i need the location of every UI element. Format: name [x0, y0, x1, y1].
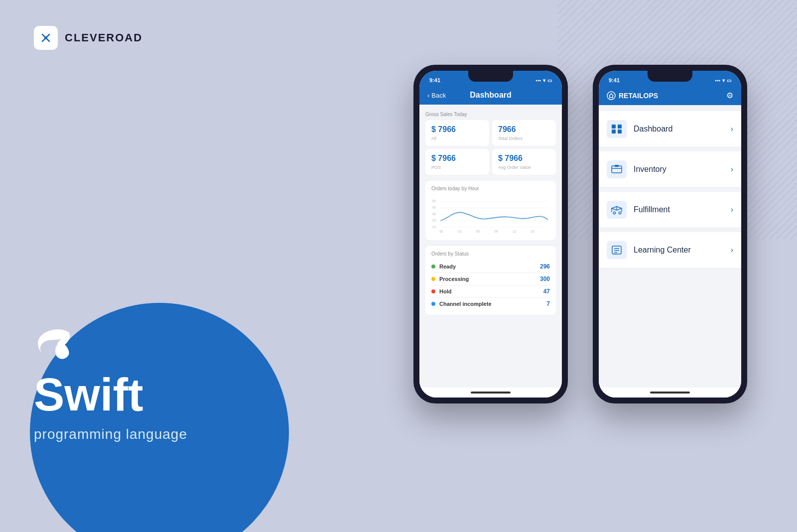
processing-count: 300 [540, 275, 550, 282]
svg-rect-20 [618, 125, 622, 129]
stat-total-orders-label: Total Orders [498, 136, 550, 141]
learning-icon-box [607, 241, 627, 259]
wifi-icon-2: ▾ [722, 78, 725, 83]
orders-status-title: Orders by Status [431, 251, 550, 257]
inventory-menu-icon [611, 164, 623, 175]
menu-item-fulfillment[interactable]: Fulfillment › [599, 192, 741, 228]
home-bar-1 [471, 392, 511, 394]
phones-container: 9:41 ▪▪▪ ▾ ▭ ‹ Back Dashboard Gross Sale… [413, 65, 747, 403]
status-time-2: 9:41 [609, 77, 620, 83]
svg-text:09: 09 [494, 230, 498, 233]
hold-name: Hold [439, 288, 543, 294]
battery-icon-2: ▭ [727, 78, 731, 83]
status-icons-1: ▪▪▪ ▾ ▭ [535, 78, 552, 83]
signal-icon: ▪▪▪ [535, 78, 541, 83]
chart-section: Orders today by Hour 50 40 30 20 10 [425, 181, 556, 240]
svg-point-1 [44, 36, 47, 39]
svg-rect-23 [612, 166, 622, 173]
phone-notch-2 [648, 71, 692, 82]
learning-chevron: › [731, 246, 733, 255]
home-bar-2 [650, 392, 690, 394]
orders-by-status: Orders by Status Ready 296 Processing 30… [425, 246, 556, 315]
retailops-header: RETAILOPS ⚙ [599, 87, 741, 105]
settings-gear-icon[interactable]: ⚙ [726, 91, 733, 100]
svg-rect-22 [618, 130, 622, 133]
battery-icon: ▭ [547, 78, 552, 83]
chart-title: Orders today by Hour [431, 186, 550, 191]
menu-item-inventory[interactable]: Inventory › [599, 151, 741, 188]
phone-dashboard: 9:41 ▪▪▪ ▾ ▭ ‹ Back Dashboard Gross Sale… [413, 65, 568, 403]
inventory-menu-label: Inventory [634, 165, 731, 174]
svg-point-26 [613, 212, 616, 214]
svg-text:30: 30 [432, 212, 436, 216]
fulfillment-icon-box [607, 201, 627, 219]
stat-avg-order-label: Avg Order Value [498, 165, 550, 170]
signal-icon-2: ▪▪▪ [715, 78, 720, 83]
learning-center-menu-label: Learning Center [634, 246, 731, 255]
phone-screen-2: 9:41 ▪▪▪ ▾ ▭ RETAILOPS ⚙ [599, 71, 741, 398]
dashboard-menu-label: Dashboard [634, 125, 731, 133]
swift-bird-icon [34, 325, 187, 367]
hold-count: 47 [543, 288, 550, 295]
svg-text:12: 12 [513, 230, 517, 233]
back-chevron: ‹ [427, 92, 429, 99]
hero-content: Swift programming language [34, 325, 187, 442]
svg-rect-19 [612, 125, 616, 129]
inventory-chevron: › [731, 165, 733, 174]
inventory-icon-box [607, 160, 627, 178]
svg-text:00: 00 [439, 230, 443, 233]
svg-point-27 [619, 212, 621, 214]
menu-item-learning-center[interactable]: Learning Center › [599, 232, 741, 268]
chart-area: 50 40 30 20 10 [431, 195, 550, 235]
ready-name: Ready [439, 264, 540, 269]
dashboard-menu-icon [611, 124, 623, 134]
logo-icon [38, 30, 53, 45]
learning-menu-icon [611, 245, 623, 256]
stat-avg-order-value: $ 7966 [498, 154, 550, 163]
fulfillment-menu-icon [611, 204, 623, 215]
retailops-logo-icon [607, 91, 616, 100]
stat-all-label: All [431, 136, 483, 141]
status-icons-2: ▪▪▪ ▾ ▭ [715, 78, 731, 83]
channel-count: 7 [546, 300, 550, 307]
status-channel-incomplete: Channel incomplete 7 [431, 298, 550, 310]
logo-box [34, 26, 58, 50]
stat-pos-label: POS [431, 165, 483, 170]
dashboard-chevron: › [731, 125, 733, 133]
brand-logo-area: CLEVEROAD [34, 26, 142, 50]
brand-name: CLEVEROAD [65, 31, 142, 44]
retailops-logo: RETAILOPS [607, 91, 658, 100]
ready-count: 296 [540, 263, 550, 270]
svg-text:50: 50 [432, 199, 436, 203]
phone-notch-1 [468, 71, 513, 82]
ready-dot [431, 265, 435, 268]
back-button[interactable]: ‹ Back [427, 92, 446, 99]
svg-text:40: 40 [432, 206, 436, 209]
stat-all-value: $ 7966 [431, 125, 483, 134]
fulfillment-chevron: › [731, 205, 733, 214]
stat-all: $ 7966 All [425, 120, 489, 146]
nav-bar-1: ‹ Back Dashboard [419, 87, 562, 105]
swift-title: Swift [34, 372, 187, 417]
status-processing: Processing 300 [431, 273, 550, 285]
svg-text:15: 15 [531, 230, 535, 233]
processing-dot [431, 277, 435, 281]
stat-total-orders: 7966 Total Orders [492, 120, 556, 146]
phone-retailops: 9:41 ▪▪▪ ▾ ▭ RETAILOPS ⚙ [593, 65, 747, 403]
status-time-1: 9:41 [429, 77, 440, 83]
svg-text:06: 06 [476, 230, 480, 233]
dashboard-icon-box [607, 120, 627, 138]
back-label: Back [431, 92, 446, 99]
status-ready: Ready 296 [431, 261, 550, 273]
stat-avg-order: $ 7966 Avg Order Value [492, 149, 556, 175]
svg-text:03: 03 [458, 230, 462, 233]
stats-grid: $ 7966 All 7966 Total Orders $ 7966 POS … [425, 120, 556, 175]
menu-item-dashboard[interactable]: Dashboard › [599, 111, 741, 147]
processing-name: Processing [439, 276, 540, 282]
hold-dot [431, 289, 435, 293]
chart-svg: 50 40 30 20 10 [431, 195, 550, 235]
retailops-app-name: RETAILOPS [619, 92, 658, 100]
svg-text:10: 10 [432, 225, 436, 229]
stat-total-orders-value: 7966 [498, 125, 550, 134]
gross-sales-label: Gross Sales Today [425, 112, 556, 117]
